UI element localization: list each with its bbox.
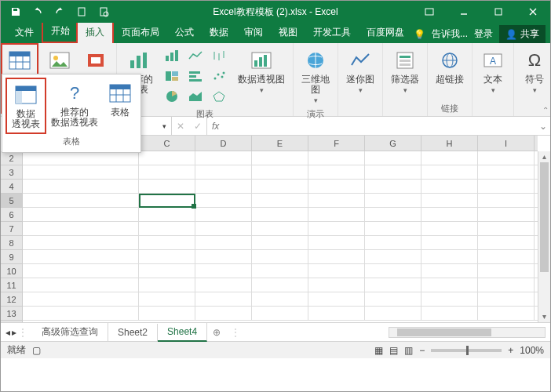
table-insert-button[interactable]: 表格 <box>103 78 137 134</box>
svg-rect-39 <box>264 55 267 67</box>
3d-map-button[interactable]: 三维地 图▾ <box>297 45 334 107</box>
sheet-nav-next-icon[interactable]: ▸ <box>12 327 16 338</box>
svg-rect-14 <box>91 57 100 64</box>
sparklines-button[interactable]: 迷你图▾ <box>341 45 379 97</box>
col-header[interactable]: D <box>195 136 252 151</box>
hierarchy-chart-icon[interactable] <box>161 67 183 85</box>
tab-dev[interactable]: 开发工具 <box>305 22 359 43</box>
horizontal-scrollbar[interactable] <box>389 327 546 338</box>
tab-formula[interactable]: 公式 <box>167 22 202 43</box>
pivot-table-button[interactable]: 数据 透视表 <box>5 78 46 134</box>
sheet-tab[interactable]: 高级筛选查询 <box>32 322 108 342</box>
row-headers: 2 3 4 5 6 7 8 9 10 11 12 13 <box>1 151 23 322</box>
col-header[interactable]: E <box>252 136 308 151</box>
rec-chart-icon <box>126 48 151 73</box>
col-header[interactable]: G <box>365 136 421 151</box>
tab-view[interactable]: 视图 <box>271 22 305 43</box>
sheet-nav-prev-icon[interactable]: ◂ <box>5 327 10 338</box>
pivot-chart-button[interactable]: 数据透视图▾ <box>233 45 290 97</box>
radar-chart-icon[interactable] <box>208 87 230 106</box>
minimize-icon[interactable] <box>447 1 481 23</box>
globe-icon <box>303 48 328 73</box>
view-normal-icon[interactable]: ▦ <box>374 345 383 356</box>
row-header[interactable]: 7 <box>1 222 22 236</box>
sheet-tab[interactable]: Sheet2 <box>108 324 158 341</box>
row-header[interactable]: 6 <box>1 208 22 222</box>
row-header[interactable]: 12 <box>1 292 22 307</box>
tab-baidu[interactable]: 百度网盘 <box>359 22 412 43</box>
picture-icon <box>47 48 72 73</box>
table-icon <box>108 81 133 106</box>
ribbon-options-icon[interactable] <box>412 1 447 23</box>
col-header[interactable]: C <box>139 136 195 151</box>
scatter-chart-icon[interactable] <box>208 67 230 85</box>
save-icon[interactable] <box>7 3 24 20</box>
scroll-thumb[interactable] <box>397 328 491 336</box>
row-header[interactable]: 8 <box>1 236 22 250</box>
zoom-in-icon[interactable]: + <box>508 345 513 356</box>
tab-data[interactable]: 数据 <box>202 22 236 43</box>
row-header[interactable]: 2 <box>1 151 22 165</box>
recommended-pivot-button[interactable]: ?推荐的 数据透视表 <box>46 78 103 134</box>
zoom-slider[interactable] <box>431 349 502 352</box>
status-ready: 就绪 <box>7 343 26 357</box>
tab-review[interactable]: 审阅 <box>236 22 271 43</box>
scroll-down-icon[interactable]: ▾ <box>538 311 550 322</box>
tab-file[interactable]: 文件 <box>7 22 42 43</box>
svg-rect-44 <box>400 64 411 66</box>
svg-rect-20 <box>175 50 178 61</box>
macro-record-icon[interactable]: ▢ <box>32 345 41 356</box>
row-header[interactable]: 9 <box>1 250 22 264</box>
col-header[interactable]: F <box>308 136 365 151</box>
view-pagelayout-icon[interactable]: ▤ <box>389 345 398 356</box>
new-icon[interactable] <box>73 3 90 20</box>
zoom-out-icon[interactable]: − <box>419 345 425 356</box>
sheet-tab[interactable]: Sheet4 <box>158 323 207 342</box>
pie-chart-icon[interactable] <box>161 87 183 106</box>
maximize-icon[interactable] <box>481 1 516 23</box>
undo-icon[interactable] <box>29 3 46 20</box>
hyperlink-icon <box>437 48 462 73</box>
hyperlink-button[interactable]: 超链接 <box>431 45 469 88</box>
login-button[interactable]: 登录 <box>474 27 493 41</box>
symbols-button[interactable]: Ω符号▾ <box>517 45 551 97</box>
textbox-icon: A <box>480 48 505 73</box>
area-chart-icon[interactable] <box>184 87 206 106</box>
view-pagebreak-icon[interactable]: ▥ <box>404 345 413 356</box>
row-header[interactable]: 11 <box>1 278 22 292</box>
col-header[interactable]: H <box>421 136 478 151</box>
window-controls <box>412 1 550 23</box>
scroll-up-icon[interactable]: ▴ <box>538 151 550 162</box>
row-header[interactable]: 4 <box>1 180 22 194</box>
collapse-ribbon-icon[interactable]: ⌃ <box>542 106 549 114</box>
tell-me[interactable]: 告诉我... <box>432 27 468 41</box>
redo-icon[interactable] <box>51 3 68 20</box>
col-header[interactable]: I <box>478 136 535 151</box>
lightbulb-icon: 💡 <box>414 29 425 40</box>
quick-access-toolbar <box>1 3 112 20</box>
row-header[interactable]: 3 <box>1 165 22 180</box>
close-icon[interactable] <box>516 1 550 23</box>
tab-insert[interactable]: 插入 <box>76 20 114 43</box>
line-chart-icon[interactable] <box>184 46 206 65</box>
bar-chart-icon[interactable] <box>184 67 206 85</box>
text-button[interactable]: A文本▾ <box>476 45 510 97</box>
row-header[interactable]: 10 <box>1 264 22 278</box>
vertical-scrollbar[interactable]: ▴▾ <box>538 151 550 322</box>
filters-button[interactable]: 筛选器▾ <box>386 45 424 97</box>
scroll-thumb[interactable] <box>540 162 549 272</box>
cells[interactable] <box>23 151 538 322</box>
tab-layout[interactable]: 页面布局 <box>114 22 167 43</box>
print-preview-icon[interactable] <box>95 3 112 20</box>
svg-point-32 <box>221 76 224 78</box>
svg-rect-16 <box>137 56 140 68</box>
stock-chart-icon[interactable] <box>208 46 230 65</box>
share-button[interactable]: 👤共享 <box>499 25 546 43</box>
add-sheet-button[interactable]: ⊕ <box>207 327 226 338</box>
svg-point-31 <box>217 74 220 76</box>
zoom-level[interactable]: 100% <box>520 345 544 356</box>
row-header[interactable]: 13 <box>1 307 22 321</box>
row-header[interactable]: 5 <box>1 194 22 208</box>
column-chart-icon[interactable] <box>161 46 183 65</box>
tables-dropdown-label: 表格 <box>5 134 137 149</box>
